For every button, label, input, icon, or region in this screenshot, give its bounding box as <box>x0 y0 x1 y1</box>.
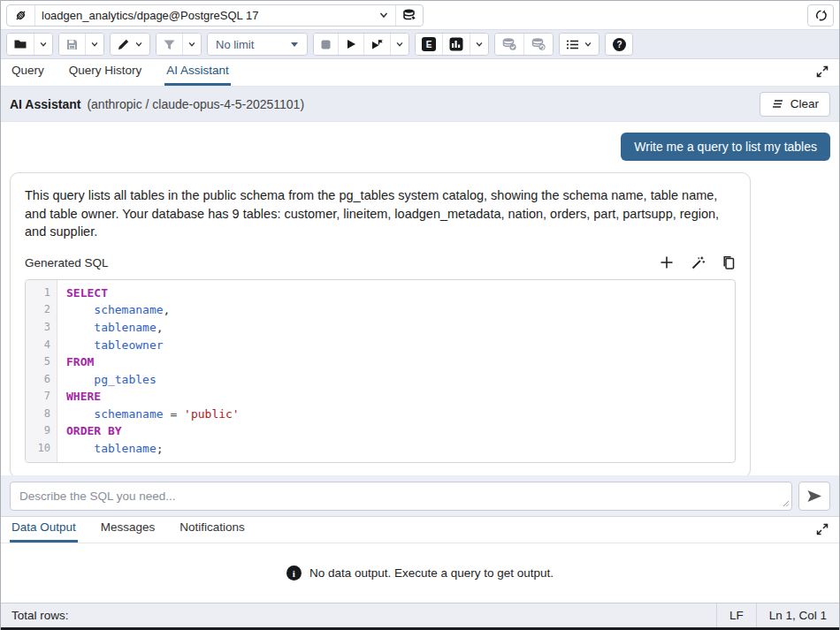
explain-icon: E <box>422 37 436 51</box>
folder-icon <box>13 37 27 51</box>
connection-selector[interactable]: loadgen_analytics/dpage@PostgreSQL 17 <box>35 5 396 26</box>
play-icon <box>345 38 357 50</box>
generated-sql-actions <box>660 255 736 270</box>
limit-group: No limit <box>207 33 308 56</box>
editor-tabbar: Query Query History AI Assistant <box>1 59 839 86</box>
user-message-row: Write me a query to list my tables <box>1 122 839 161</box>
chat-message-list[interactable]: Write me a query to list my tables This … <box>1 122 839 475</box>
clear-button-label: Clear <box>790 97 819 110</box>
refresh-layout-button[interactable] <box>807 4 834 27</box>
list-icon <box>566 39 579 50</box>
tab-query-history[interactable]: Query History <box>67 58 144 86</box>
database-new-icon <box>402 8 416 22</box>
edit-button[interactable] <box>111 34 149 55</box>
stop-icon <box>320 39 332 50</box>
generated-sql-label: Generated SQL <box>25 256 109 269</box>
chevron-down-icon <box>378 10 389 20</box>
expand-panel-button[interactable] <box>816 65 829 80</box>
ai-chat-panel: Write me a query to list my tables This … <box>1 122 839 516</box>
refresh-icon <box>814 9 828 22</box>
prompt-input-row <box>1 475 839 516</box>
pencil-icon <box>117 38 130 51</box>
total-rows-label: Total rows: <box>11 609 69 622</box>
save-menu-button[interactable] <box>86 34 103 55</box>
save-group <box>58 33 104 56</box>
rollback-button[interactable] <box>524 34 553 55</box>
save-icon <box>65 38 79 51</box>
query-tool-window: loadgen_analytics/dpage@PostgreSQL 17 <box>0 0 840 630</box>
chevron-down-icon <box>134 40 143 49</box>
new-connection-button[interactable] <box>396 5 423 26</box>
chevron-down-icon <box>475 40 484 49</box>
ai-assistant-title: AI Assistant <box>10 97 80 111</box>
connection-name: loadgen_analytics/dpage@PostgreSQL 17 <box>42 9 258 22</box>
stop-button[interactable] <box>314 34 339 55</box>
commit-icon <box>501 37 517 51</box>
chevron-down-icon <box>39 40 48 49</box>
connection-status-button[interactable] <box>7 5 35 26</box>
row-limit-select[interactable]: No limit <box>208 34 307 55</box>
output-tabbar: Data Output Messages Notifications <box>1 516 839 543</box>
tab-data-output[interactable]: Data Output <box>10 515 78 543</box>
filter-group <box>156 33 202 56</box>
chevron-down-icon <box>90 40 99 49</box>
prompt-input[interactable] <box>10 482 792 511</box>
tab-ai-assistant[interactable]: AI Assistant <box>164 58 231 86</box>
generated-sql-header: Generated SQL <box>11 245 750 277</box>
query-toolbar: No limit E <box>1 30 839 59</box>
send-prompt-button[interactable] <box>798 482 830 511</box>
chevron-down-icon <box>584 40 592 49</box>
execute-menu-button[interactable] <box>391 34 409 55</box>
connection-group: loadgen_analytics/dpage@PostgreSQL 17 <box>6 4 424 27</box>
status-right: LF Ln 1, Col 1 <box>716 603 839 627</box>
chevron-down-icon <box>187 40 196 49</box>
send-icon <box>806 490 822 503</box>
play-flag-icon <box>370 38 384 51</box>
generated-sql-block[interactable]: 12345678910 SELECT schemaname, tablename… <box>25 279 736 463</box>
expand-icon <box>816 523 829 535</box>
help-button[interactable]: ? <box>606 34 632 55</box>
macros-button[interactable] <box>560 34 599 55</box>
save-button[interactable] <box>59 34 86 55</box>
caret-down-icon <box>290 41 299 48</box>
expand-output-button[interactable] <box>816 523 829 538</box>
user-message-bubble: Write me a query to list my tables <box>621 133 830 161</box>
cursor-position: Ln 1, Col 1 <box>756 603 839 627</box>
filter-icon <box>163 38 176 51</box>
svg-text:?: ? <box>616 40 622 49</box>
transaction-group <box>494 33 554 56</box>
eol-indicator[interactable]: LF <box>716 603 756 627</box>
open-file-menu-button[interactable] <box>34 34 52 55</box>
row-limit-value: No limit <box>216 38 254 51</box>
data-output-panel: i No data output. Execute a query to get… <box>1 543 839 603</box>
filter-menu-button[interactable] <box>183 34 201 55</box>
clear-icon <box>771 99 784 109</box>
connected-plug-icon <box>13 8 28 23</box>
tab-query[interactable]: Query <box>10 58 46 86</box>
tab-messages[interactable]: Messages <box>99 515 157 543</box>
explain-analyze-button[interactable] <box>443 34 470 55</box>
info-icon: i <box>286 565 302 581</box>
expand-icon <box>816 65 829 78</box>
clear-chat-button[interactable]: Clear <box>760 92 830 117</box>
status-bar: Total rows: LF Ln 1, Col 1 <box>1 603 839 627</box>
filter-button[interactable] <box>157 34 183 55</box>
execute-button[interactable] <box>339 34 364 55</box>
commit-button[interactable] <box>495 34 524 55</box>
explain-group: E <box>415 33 489 56</box>
execute-script-button[interactable] <box>364 34 391 55</box>
copy-sql-button[interactable] <box>722 255 736 270</box>
help-group: ? <box>605 33 633 56</box>
explain-button[interactable]: E <box>416 34 443 55</box>
assistant-message-card: This query lists all tables in the publi… <box>10 172 751 475</box>
file-group <box>6 33 53 56</box>
macros-group <box>559 33 599 56</box>
magic-wand-button[interactable] <box>691 255 706 270</box>
open-file-button[interactable] <box>7 34 34 55</box>
insert-sql-button[interactable] <box>660 255 674 269</box>
assistant-response-text: This query lists all tables in the publi… <box>11 173 750 245</box>
chevron-down-icon <box>395 40 404 49</box>
ai-assistant-header: AI Assistant (anthropic / claude-opus-4-… <box>1 86 839 122</box>
tab-notifications[interactable]: Notifications <box>178 515 247 543</box>
explain-menu-button[interactable] <box>470 34 488 55</box>
